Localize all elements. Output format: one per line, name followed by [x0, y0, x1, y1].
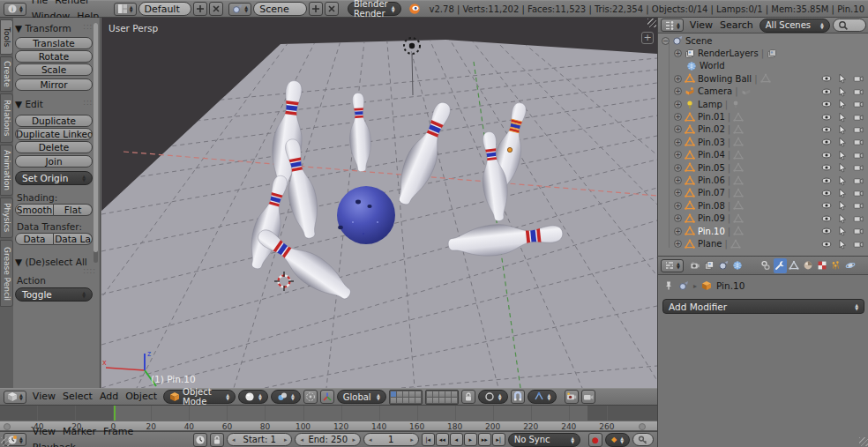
- action-toggle-select[interactable]: Toggle▲▼: [15, 287, 93, 302]
- viewport-menu-select[interactable]: Select: [59, 389, 96, 405]
- jump-to-start-button[interactable]: |◂: [422, 433, 435, 446]
- prev-keyframe-button[interactable]: ◂◂: [436, 433, 449, 446]
- outliner-item-name[interactable]: Pin.06: [698, 175, 725, 185]
- layer-toggle[interactable]: [452, 398, 457, 403]
- duplicate-button[interactable]: Duplicate: [15, 115, 93, 127]
- selectability-toggle-icon[interactable]: [837, 150, 848, 160]
- outliner-item-pin-06[interactable]: +Pin.06|: [658, 174, 868, 186]
- expand-icon[interactable]: +: [674, 113, 682, 121]
- timeline-menu-view[interactable]: View: [29, 424, 59, 440]
- visibility-toggle-eye-icon[interactable]: [821, 73, 832, 84]
- layer-toggle[interactable]: [433, 391, 438, 397]
- tool-shelf-tab-create[interactable]: Create: [0, 56, 13, 92]
- visibility-toggle-eye-icon[interactable]: [821, 137, 832, 147]
- auto-keyframe-button[interactable]: ●: [588, 433, 602, 447]
- orientation-select[interactable]: Global▲▼: [337, 390, 386, 404]
- screen-layout-field[interactable]: Default: [138, 2, 192, 16]
- transform-axes-button[interactable]: [320, 390, 334, 404]
- selectability-toggle-icon[interactable]: [837, 124, 848, 135]
- render-toggle-camera-icon[interactable]: [853, 188, 864, 198]
- collapse-icon[interactable]: −: [662, 37, 670, 45]
- layer-toggle[interactable]: [439, 398, 445, 403]
- layer-toggle[interactable]: [427, 398, 432, 403]
- play-button[interactable]: ▸: [464, 433, 477, 446]
- add-scene-button[interactable]: [309, 2, 323, 16]
- tool-shelf-tab-relations[interactable]: Relations: [0, 93, 13, 143]
- expand-icon[interactable]: +: [674, 101, 682, 108]
- timeline-menu-marker[interactable]: Marker: [59, 424, 100, 440]
- opengl-render-button[interactable]: [565, 390, 579, 404]
- outliner-item-bowling-ball[interactable]: +Bowling Ball|: [658, 72, 868, 85]
- selectability-toggle-icon[interactable]: [837, 99, 848, 109]
- outliner-item-pin-02[interactable]: +Pin.02|: [658, 123, 868, 136]
- data-button[interactable]: Data: [15, 233, 54, 245]
- selectability-toggle-icon[interactable]: [837, 226, 848, 236]
- selectability-toggle-icon[interactable]: [837, 112, 848, 123]
- outliner-item-name[interactable]: Bowling Ball: [698, 74, 752, 84]
- outliner-item-pin-01[interactable]: +Pin.01|: [658, 110, 868, 123]
- visibility-toggle-eye-icon[interactable]: [821, 112, 832, 123]
- keying-set-field[interactable]: [632, 433, 654, 446]
- outliner-item-scene[interactable]: −Scene: [658, 34, 868, 47]
- keying-set-select[interactable]: ◆▲▼: [605, 433, 630, 447]
- topbar-menu-render[interactable]: Render: [51, 0, 93, 9]
- manipulator-toggle-button[interactable]: [303, 390, 318, 404]
- outliner-item-name[interactable]: Pin.10: [698, 227, 725, 236]
- add-layout-button[interactable]: [193, 2, 207, 16]
- breadcrumb-scene-icon[interactable]: [678, 280, 689, 291]
- outliner-item-plane[interactable]: +Plane|: [658, 237, 868, 250]
- proportional-edit-select[interactable]: ▲▼: [478, 390, 508, 404]
- visibility-toggle-eye-icon[interactable]: [821, 124, 832, 135]
- outliner-item-pin-10[interactable]: +Pin.10|: [658, 225, 868, 237]
- next-keyframe-button[interactable]: ▸▸: [478, 433, 491, 446]
- expand-icon[interactable]: +: [674, 151, 682, 159]
- outliner-item-name[interactable]: Pin.03: [698, 138, 725, 147]
- render-toggle-camera-icon[interactable]: [853, 226, 864, 236]
- render-toggle-camera-icon[interactable]: [853, 213, 864, 224]
- render-toggle-camera-icon[interactable]: [853, 137, 864, 147]
- render-toggle-camera-icon[interactable]: [853, 124, 864, 135]
- visibility-toggle-eye-icon[interactable]: [821, 200, 832, 211]
- editor-type-outliner-button[interactable]: ▲▼: [661, 19, 684, 32]
- play-reverse-button[interactable]: ◂: [450, 433, 463, 446]
- lock-to-scene-button[interactable]: [461, 390, 475, 404]
- frame-end-field[interactable]: ◂End: 250▸: [295, 433, 360, 446]
- viewport-menu-view[interactable]: View: [29, 389, 59, 405]
- outliner-item-name[interactable]: World: [700, 61, 725, 71]
- layer-toggle[interactable]: [397, 398, 402, 403]
- outliner-item-name[interactable]: Pin.07: [698, 188, 725, 197]
- render-toggle-camera-icon[interactable]: [853, 112, 864, 123]
- display-filter-select[interactable]: All Scenes▲▼: [760, 19, 830, 33]
- viewport-menu-object[interactable]: Object: [122, 389, 161, 405]
- visibility-toggle-eye-icon[interactable]: [821, 150, 832, 160]
- render-engine-select[interactable]: Blender Render▲▼: [348, 2, 401, 16]
- render-toggle-camera-icon[interactable]: [853, 162, 864, 173]
- selectability-toggle-icon[interactable]: [837, 188, 848, 198]
- properties-tab-object[interactable]: [745, 258, 759, 273]
- outliner-item-name[interactable]: RenderLayers: [698, 48, 759, 58]
- properties-tab-physics[interactable]: [844, 258, 857, 273]
- layer-toggle[interactable]: [391, 391, 396, 397]
- visibility-toggle-eye-icon[interactable]: [821, 239, 832, 250]
- lock-time-button[interactable]: [210, 433, 224, 447]
- expand-icon[interactable]: +: [674, 125, 682, 133]
- properties-tab-world[interactable]: [731, 258, 745, 273]
- outliner-item-name[interactable]: Pin.04: [698, 150, 725, 160]
- outliner-item-name[interactable]: Lamp: [698, 100, 722, 109]
- join-button[interactable]: Join: [15, 155, 93, 168]
- expand-icon[interactable]: +: [674, 49, 682, 57]
- properties-tab-scene[interactable]: [717, 258, 730, 273]
- pin-toggle-icon[interactable]: [663, 280, 674, 291]
- properties-tab-data[interactable]: [788, 258, 801, 273]
- layer-toggle[interactable]: [409, 391, 415, 397]
- outliner-item-pin-07[interactable]: +Pin.07|: [658, 187, 868, 199]
- selectability-toggle-icon[interactable]: [837, 175, 848, 186]
- screen-layout-icon-button[interactable]: ▲▼: [114, 3, 137, 16]
- area-corner-handle[interactable]: [1, 437, 10, 446]
- expand-icon[interactable]: +: [674, 138, 682, 146]
- outliner-item-name[interactable]: Camera: [698, 86, 732, 96]
- shade-flat-button[interactable]: Flat: [54, 204, 93, 216]
- opengl-render-anim-button[interactable]: [581, 390, 595, 404]
- selectability-toggle-icon[interactable]: [837, 86, 848, 97]
- viewport-shading-select[interactable]: ▲▼: [238, 390, 268, 404]
